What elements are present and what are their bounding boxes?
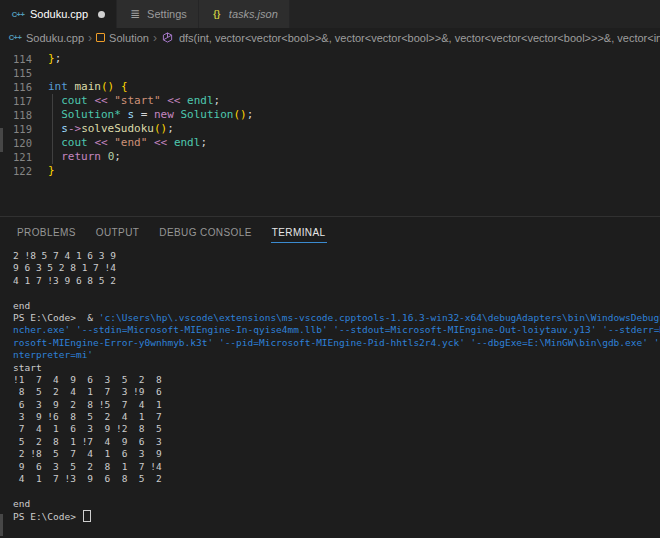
line-number: 116 bbox=[0, 80, 32, 94]
breadcrumb-label: Soduku.cpp bbox=[26, 32, 84, 44]
terminal-line: nterpreter=mi' bbox=[13, 349, 660, 361]
code-line-120: 120 cout << "end" << endl; bbox=[0, 136, 660, 150]
terminal-line: !1 7 4 9 6 3 5 2 8 bbox=[13, 374, 660, 386]
terminal-line: 9 6 3 5 2 8 1 7 !4 bbox=[13, 461, 660, 473]
vscode-window: C++Soduku.cpp≣Settings{}tasks.json C++So… bbox=[0, 0, 660, 538]
terminal-line: start bbox=[13, 362, 660, 374]
terminal-output[interactable]: 2 !8 5 7 4 1 6 3 99 6 3 5 2 8 1 7 !44 1 … bbox=[0, 247, 660, 523]
code-line-115: 115 bbox=[0, 66, 660, 80]
line-number: 114 bbox=[0, 52, 32, 66]
terminal-cursor bbox=[83, 510, 91, 522]
terminal-line: PS E:\Code> & 'c:\Users\hp\.vscode\exten… bbox=[13, 312, 660, 324]
terminal-line bbox=[13, 287, 660, 299]
terminal-line: 3 9 !6 8 5 2 4 1 7 bbox=[13, 411, 660, 423]
code-editor[interactable]: 114};115116int main() {117 cout << "star… bbox=[0, 47, 660, 222]
indent-guide bbox=[52, 150, 53, 164]
terminal-line: 7 4 1 6 3 9 !2 8 5 bbox=[13, 423, 660, 435]
terminal-line: ncher.exe' '--stdin=Microsoft-MIEngine-I… bbox=[13, 324, 660, 336]
tab-label: Settings bbox=[147, 8, 187, 20]
window-edge-fragment bbox=[0, 128, 3, 152]
line-number: 115 bbox=[0, 66, 32, 80]
code-text[interactable]: }; bbox=[48, 52, 61, 66]
terminal-line: rosoft-MIEngine-Error-y0wnhmyb.k3t' '--p… bbox=[13, 337, 660, 349]
modified-dot-icon bbox=[98, 11, 105, 18]
line-number: 120 bbox=[0, 136, 32, 150]
code-text[interactable]: } bbox=[48, 164, 55, 178]
breadcrumb: C++Soduku.cpp›Solution›dfs(int, vector<v… bbox=[0, 28, 660, 47]
json-icon: {} bbox=[210, 7, 224, 21]
method-icon bbox=[161, 31, 175, 45]
terminal-line: 4 1 7 !3 9 6 8 5 2 bbox=[13, 473, 660, 485]
indent-guide bbox=[52, 94, 53, 108]
panel-tab-terminal[interactable]: TERMINAL bbox=[271, 221, 327, 243]
tab-settings[interactable]: ≣Settings bbox=[117, 0, 199, 28]
tab-label: Soduku.cpp bbox=[30, 8, 88, 20]
tab-bar-empty-space bbox=[290, 0, 660, 28]
code-line-119: 119 s->solveSudoku(); bbox=[0, 122, 660, 136]
terminal-line: PS E:\Code> bbox=[13, 510, 660, 522]
cpp-icon: C++ bbox=[11, 7, 25, 21]
code-text[interactable]: return 0; bbox=[48, 150, 121, 164]
terminal-line: 9 6 3 5 2 8 1 7 !4 bbox=[13, 262, 660, 274]
indent-guide bbox=[52, 108, 53, 122]
breadcrumb-item-dfs-int-vec[interactable]: dfs(int, vector<vector<bool>>&, vector<v… bbox=[161, 31, 660, 45]
indent-guide bbox=[52, 136, 53, 150]
terminal-line: 6 3 9 2 8 !5 7 4 1 bbox=[13, 399, 660, 411]
tab-soduku-cpp[interactable]: C++Soduku.cpp bbox=[0, 0, 117, 28]
chevron-right-icon: › bbox=[153, 31, 157, 45]
line-number: 118 bbox=[0, 108, 32, 122]
code-text[interactable]: s->solveSudoku(); bbox=[48, 122, 174, 136]
panel-tab-output[interactable]: OUTPUT bbox=[95, 221, 141, 243]
code-line-117: 117 cout << "start" << endl; bbox=[0, 94, 660, 108]
breadcrumb-label: dfs(int, vector<vector<bool>>&, vector<v… bbox=[179, 32, 660, 44]
panel-tab-debug-console[interactable]: DEBUG CONSOLE bbox=[158, 221, 252, 243]
breadcrumb-item-solution[interactable]: Solution bbox=[96, 32, 149, 44]
code-line-116: 116int main() { bbox=[0, 80, 660, 94]
tab-bar: C++Soduku.cpp≣Settings{}tasks.json bbox=[0, 0, 660, 28]
line-number: 122 bbox=[0, 164, 32, 178]
indent-guide bbox=[52, 122, 53, 136]
line-number: 121 bbox=[0, 150, 32, 164]
terminal-line: 8 5 2 4 1 7 3 !9 6 bbox=[13, 386, 660, 398]
window-edge-fragment bbox=[0, 514, 3, 536]
class-icon bbox=[96, 33, 105, 42]
code-text[interactable]: cout << "start" << endl; bbox=[48, 94, 220, 108]
breadcrumb-label: Solution bbox=[109, 32, 149, 44]
terminal-line bbox=[13, 485, 660, 497]
breadcrumb-item-soduku-cpp[interactable]: C++Soduku.cpp bbox=[8, 31, 84, 45]
terminal-line: 2 !8 5 7 4 1 6 3 9 bbox=[13, 448, 660, 460]
chevron-right-icon: › bbox=[88, 31, 92, 45]
code-line-121: 121 return 0; bbox=[0, 150, 660, 164]
code-text[interactable]: int main() { bbox=[48, 80, 128, 94]
tab-tasks-json[interactable]: {}tasks.json bbox=[199, 0, 290, 28]
terminal-line: end bbox=[13, 300, 660, 312]
code-line-114: 114}; bbox=[0, 52, 660, 66]
panel-tab-problems[interactable]: PROBLEMS bbox=[16, 221, 77, 243]
cpp-icon: C++ bbox=[8, 31, 22, 45]
settings-icon: ≣ bbox=[128, 7, 142, 21]
line-number: 119 bbox=[0, 122, 32, 136]
bottom-panel: PROBLEMSOUTPUTDEBUG CONSOLETERMINAL 2 !8… bbox=[0, 216, 660, 538]
line-number: 117 bbox=[0, 94, 32, 108]
terminal-line: 4 1 7 !3 9 6 8 5 2 bbox=[13, 275, 660, 287]
tab-label: tasks.json bbox=[229, 8, 278, 20]
code-line-118: 118 Solution* s = new Solution(); bbox=[0, 108, 660, 122]
code-text[interactable]: cout << "end" << endl; bbox=[48, 136, 207, 150]
terminal-line: 2 !8 5 7 4 1 6 3 9 bbox=[13, 250, 660, 262]
panel-tab-bar: PROBLEMSOUTPUTDEBUG CONSOLETERMINAL bbox=[0, 217, 660, 247]
terminal-line: end bbox=[13, 498, 660, 510]
terminal-line: 5 2 8 1 !7 4 9 6 3 bbox=[13, 436, 660, 448]
code-line-122: 122} bbox=[0, 164, 660, 178]
code-text[interactable]: Solution* s = new Solution(); bbox=[48, 108, 253, 122]
